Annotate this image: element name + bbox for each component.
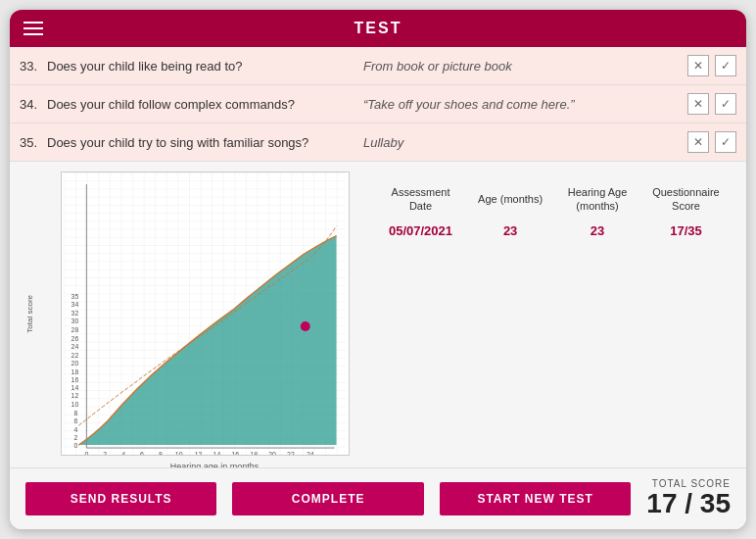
- col-questionnaire-score: QuestionnaireScore: [639, 181, 732, 218]
- svg-text:20: 20: [71, 360, 79, 367]
- reject-btn-35[interactable]: ✕: [687, 131, 709, 153]
- y-axis-label-container: Total score: [25, 172, 34, 456]
- start-new-test-button[interactable]: START NEW TEST: [440, 482, 631, 515]
- x-axis-label: Hearing age in months: [72, 462, 356, 467]
- question-hint-34: “Take off your shoes and come here.”: [363, 97, 680, 112]
- reject-btn-33[interactable]: ✕: [687, 55, 709, 76]
- svg-text:4: 4: [73, 426, 77, 433]
- accept-btn-35[interactable]: ✓: [715, 131, 736, 153]
- svg-text:14: 14: [213, 451, 221, 456]
- col-hearing-age: Hearing Age(months): [555, 181, 639, 218]
- question-list: 33. Does your child like being read to? …: [10, 47, 746, 162]
- chart-svg: 0 2 4 6 8 10 12 14 16 18 20 22 24 26 28 …: [61, 172, 350, 456]
- svg-text:0: 0: [84, 451, 88, 456]
- send-results-button[interactable]: SEND RESULTS: [25, 482, 216, 515]
- svg-text:16: 16: [231, 451, 239, 456]
- svg-text:26: 26: [71, 335, 79, 342]
- svg-text:14: 14: [71, 384, 79, 391]
- question-number-34: 34.: [20, 97, 47, 112]
- svg-text:16: 16: [71, 376, 79, 383]
- svg-text:28: 28: [71, 326, 79, 333]
- question-row-33: 33. Does your child like being read to? …: [10, 47, 746, 85]
- main-content: Total score: [10, 162, 746, 467]
- svg-text:10: 10: [175, 451, 183, 456]
- footer-bar: SEND RESULTS COMPLETE START NEW TEST TOT…: [10, 467, 746, 529]
- question-text-33: Does your child like being read to?: [47, 59, 363, 74]
- chart-wrapper: Total score: [43, 172, 356, 467]
- question-buttons-33: ✕ ✓: [687, 55, 736, 76]
- svg-text:32: 32: [71, 310, 79, 317]
- val-hearing-age: 23: [555, 218, 639, 244]
- stats-area: AssessmentDate Age (months) Hearing Age(…: [376, 172, 732, 458]
- question-buttons-35: ✕ ✓: [687, 131, 736, 153]
- svg-text:22: 22: [71, 352, 79, 359]
- val-assessment-date: 05/07/2021: [376, 218, 465, 244]
- header-bar: TEST: [10, 10, 746, 47]
- stats-table: AssessmentDate Age (months) Hearing Age(…: [376, 181, 732, 244]
- svg-text:20: 20: [268, 451, 276, 456]
- question-hint-35: Lullaby: [363, 135, 680, 150]
- svg-text:2: 2: [103, 451, 107, 456]
- total-score-value: 17 / 35: [646, 488, 731, 518]
- question-text-35: Does your child try to sing with familia…: [47, 135, 363, 150]
- total-score-display: TOTAL SCORE 17 / 35: [646, 478, 731, 519]
- svg-text:18: 18: [250, 451, 258, 456]
- accept-btn-33[interactable]: ✓: [715, 55, 736, 76]
- svg-text:22: 22: [287, 451, 295, 456]
- svg-text:6: 6: [140, 451, 144, 456]
- question-buttons-34: ✕ ✓: [687, 93, 736, 115]
- svg-text:12: 12: [71, 392, 79, 399]
- svg-text:4: 4: [121, 451, 125, 456]
- col-age-months: Age (months): [465, 181, 555, 218]
- app-window: TEST 33. Does your child like being read…: [10, 10, 746, 529]
- svg-text:2: 2: [73, 434, 77, 441]
- svg-text:8: 8: [73, 410, 77, 416]
- svg-point-1: [301, 321, 310, 331]
- val-questionnaire-score: 17/35: [639, 218, 732, 244]
- col-assessment-date: AssessmentDate: [376, 181, 465, 218]
- question-hint-33: From book or picture book: [363, 59, 680, 74]
- svg-text:8: 8: [159, 451, 163, 456]
- svg-text:35: 35: [71, 293, 79, 300]
- question-row-35: 35. Does your child try to sing with fam…: [10, 123, 746, 162]
- reject-btn-34[interactable]: ✕: [687, 93, 709, 115]
- question-number-33: 33.: [20, 59, 47, 74]
- svg-text:6: 6: [73, 417, 77, 424]
- hamburger-icon[interactable]: [24, 22, 43, 35]
- svg-text:10: 10: [71, 401, 79, 408]
- svg-text:18: 18: [71, 368, 79, 375]
- svg-text:34: 34: [71, 301, 79, 308]
- svg-text:24: 24: [307, 451, 314, 456]
- header-title: TEST: [354, 20, 402, 36]
- svg-text:24: 24: [71, 343, 79, 350]
- chart-area: Total score: [24, 172, 356, 458]
- question-text-34: Does your child follow complex commands?: [47, 97, 363, 112]
- svg-text:30: 30: [71, 318, 79, 324]
- question-row-34: 34. Does your child follow complex comma…: [10, 85, 746, 123]
- svg-text:0: 0: [73, 442, 77, 449]
- y-axis-label: Total score: [25, 295, 34, 333]
- question-number-35: 35.: [20, 135, 47, 150]
- accept-btn-34[interactable]: ✓: [715, 93, 736, 115]
- complete-button[interactable]: COMPLETE: [232, 482, 423, 515]
- val-age-months: 23: [465, 218, 555, 244]
- svg-text:12: 12: [195, 451, 203, 456]
